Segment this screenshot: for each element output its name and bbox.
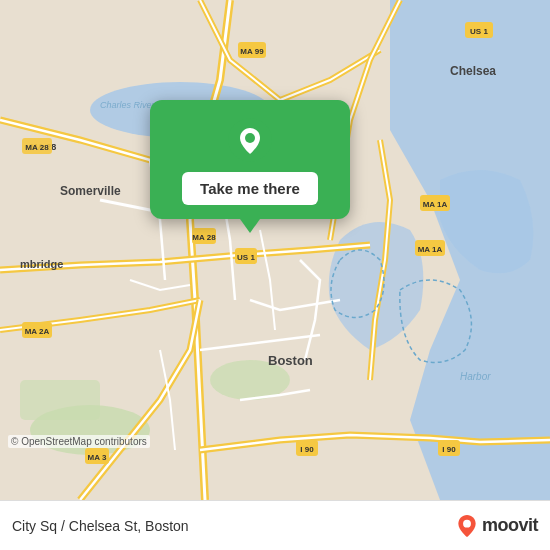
map-background: US 1 MA 28 MA 28 MA 28 MA 99 US 1 MA 2A … [0, 0, 550, 500]
svg-point-36 [463, 519, 471, 527]
moovit-logo: moovit [456, 515, 538, 537]
svg-text:Somerville: Somerville [60, 184, 121, 198]
svg-text:I 90: I 90 [442, 445, 456, 454]
popup-card: Take me there [150, 100, 350, 219]
svg-text:MA 99: MA 99 [240, 47, 264, 56]
svg-text:US 1: US 1 [237, 253, 255, 262]
svg-text:Harbor: Harbor [460, 371, 491, 382]
svg-text:MA 3: MA 3 [88, 453, 107, 462]
svg-text:Chelsea: Chelsea [450, 64, 496, 78]
svg-text:MA 28: MA 28 [192, 233, 216, 242]
bottom-bar: City Sq / Chelsea St, Boston moovit [0, 500, 550, 550]
svg-text:MA 2A: MA 2A [25, 327, 50, 336]
svg-text:I 90: I 90 [300, 445, 314, 454]
copyright-text: © OpenStreetMap contributors [8, 435, 150, 448]
svg-text:US 1: US 1 [470, 27, 488, 36]
svg-text:Charles River: Charles River [100, 100, 156, 110]
map-container: US 1 MA 28 MA 28 MA 28 MA 99 US 1 MA 2A … [0, 0, 550, 500]
svg-point-35 [245, 133, 255, 143]
svg-text:MA 1A: MA 1A [418, 245, 443, 254]
svg-text:Boston: Boston [268, 353, 313, 368]
moovit-brand-text: moovit [482, 515, 538, 536]
location-pin-icon [228, 118, 272, 162]
location-label: City Sq / Chelsea St, Boston [12, 518, 189, 534]
moovit-logo-icon [456, 515, 478, 537]
svg-text:MA 28: MA 28 [25, 143, 49, 152]
svg-rect-4 [20, 380, 100, 420]
svg-text:MA 1A: MA 1A [423, 200, 448, 209]
take-me-there-button[interactable]: Take me there [182, 172, 318, 205]
svg-text:mbridge: mbridge [20, 258, 63, 270]
